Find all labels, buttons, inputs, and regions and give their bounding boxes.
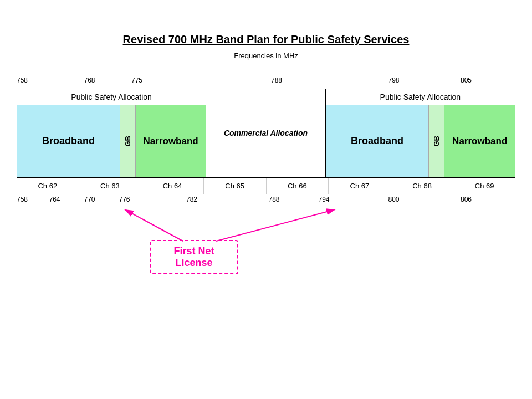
gb-right-label: GB [432,136,441,147]
ch-65: Ch 65 [204,178,267,194]
broadband-left-label: Broadband [42,135,95,147]
ps-right-content: Broadband GB Narrowband [326,105,515,177]
top-freq-805: 805 [461,76,472,84]
ps-left-content: Broadband GB Narrowband [17,105,206,177]
ps-right-header: Public Safety Allocation [326,89,515,105]
top-freq-768: 768 [84,76,95,84]
channel-row: Ch 62 Ch 63 Ch 64 Ch 65 Ch 66 Ch 67 Ch 6… [17,177,515,194]
ps-left-header: Public Safety Allocation [17,89,206,105]
bot-freq-758: 758 [17,196,28,203]
bottom-freq-row: 758 764 770 776 782 788 794 800 806 [17,196,515,207]
gb-left-block: GB [120,105,136,177]
top-freq-775: 775 [131,76,142,84]
bot-freq-806: 806 [461,196,472,203]
svg-line-1 [125,209,183,241]
broadband-left-block: Broadband [17,105,120,177]
bot-freq-776: 776 [119,196,130,203]
top-freq-row: 758 768 775 788 798 805 [17,76,515,88]
annotation-area: First Net License [17,207,515,295]
narrowband-right-label: Narrowband [452,136,507,147]
top-freq-758: 758 [17,76,28,84]
ps-left-block: Public Safety Allocation Broadband GB Na… [17,89,206,177]
firstnet-label-line1: First Net [160,245,228,257]
bot-freq-770: 770 [84,196,95,203]
gb-left-label: GB [124,136,132,147]
firstnet-label-line2: License [160,257,228,269]
arrows-svg [17,207,515,295]
ch-69: Ch 69 [453,178,515,194]
ch-64: Ch 64 [141,178,204,194]
svg-line-2 [216,209,335,241]
broadband-right-block: Broadband [326,105,429,177]
broadband-right-label: Broadband [351,135,403,147]
commercial-label: Commercial Allocation [224,129,308,137]
ch-66: Ch 66 [267,178,329,194]
diagram-area: 758 768 775 788 798 805 Public Safety Al… [17,76,515,295]
narrowband-left-label: Narrowband [144,136,198,147]
bot-freq-794: 794 [319,196,330,203]
narrowband-left-block: Narrowband [136,105,206,177]
title: Revised 700 MHz Band Plan for Public Saf… [0,0,532,52]
main-diagram: Public Safety Allocation Broadband GB Na… [17,89,515,177]
ch-62: Ch 62 [17,178,79,194]
top-freq-798: 798 [388,76,400,84]
ch-68: Ch 68 [391,178,454,194]
bot-freq-782: 782 [186,196,197,203]
gb-right-block: GB [429,105,444,177]
page: Revised 700 MHz Band Plan for Public Saf… [0,0,532,399]
ch-63: Ch 63 [79,178,142,194]
ch-67: Ch 67 [329,178,391,194]
commercial-block: Commercial Allocation [206,89,326,177]
firstnet-license-box: First Net License [150,240,238,274]
top-freq-788: 788 [271,76,282,84]
bot-freq-764: 764 [49,196,60,203]
subtitle: Frequencies in MHz [0,52,532,60]
bot-freq-788b: 788 [269,196,280,203]
narrowband-right-block: Narrowband [444,105,515,177]
ps-right-block: Public Safety Allocation Broadband GB Na… [326,89,515,177]
bot-freq-800: 800 [388,196,400,203]
